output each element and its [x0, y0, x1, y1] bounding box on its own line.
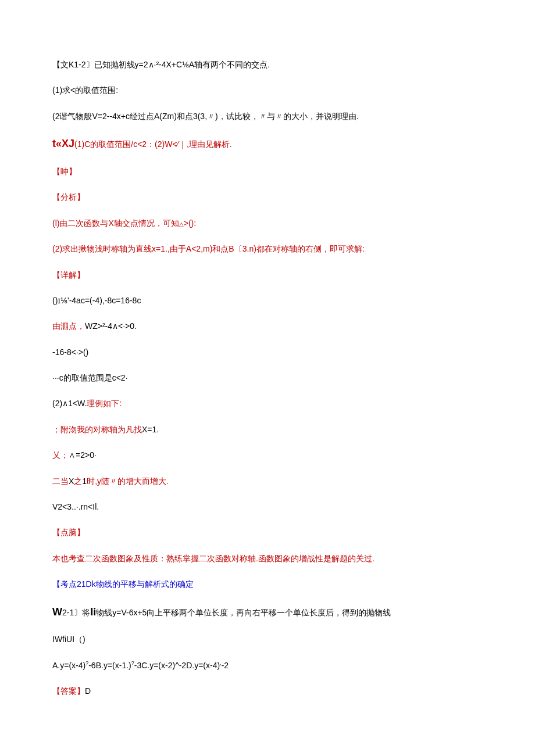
text-span-20: 【考点21Dk物线的平移与解析式的确定: [52, 579, 194, 589]
text-span-21-3: 物线y=V-6x+5向上平移两个单位长度，再向右平移一个单位长度后，得到的抛物线: [96, 608, 391, 617]
text-span-21-2: Ii: [90, 606, 96, 618]
text-line-15: 乂；∧=2>0·: [52, 449, 483, 461]
text-line-3: t«XJ(1)C的取值范围/c<2：(2)W<∕｜,理由见解析.: [52, 135, 483, 152]
text-span-9: ()ɪ⅛'-4ac=(-4),-8c=16-8c: [52, 296, 141, 305]
text-line-14: ；附沕我的对称轴为凡找X=1.: [52, 423, 483, 436]
text-span-22: IWfiUI（): [52, 635, 85, 644]
text-span-6-1: △: [179, 221, 184, 227]
text-span-6-2: >():: [184, 218, 196, 228]
text-span-1: (1)求<的取值范围:: [52, 85, 118, 95]
text-span-16-4: 时,y随〃的增大而增大.: [87, 476, 169, 486]
text-span-12: ···c的取值范围是c<2·: [52, 373, 128, 382]
text-line-20: 【考点21Dk物线的平移与解析式的确定: [52, 578, 483, 590]
text-line-17: V2<3..·.rn<Il.: [52, 500, 483, 513]
text-span-13-0: (2)∧1<W.: [52, 399, 87, 408]
text-line-11: -16-8<·>(): [52, 346, 483, 359]
text-span-13-1: 理例如下:: [87, 399, 122, 408]
text-span-17: V2<3..·.rn<Il.: [52, 502, 99, 511]
text-line-21: W2-1〕将Ii物线y=V-6x+5向上平移两个单位长度，再向右平移一个单位长度…: [52, 604, 483, 621]
text-span-0: 【文K1-2〕已知抛初线y=2∧·²-4X+C⅛A轴有两个不同的交点.: [52, 60, 270, 69]
text-span-23-0: A.y=(x-4): [52, 661, 85, 670]
text-span-16-1: X: [69, 476, 74, 486]
text-line-18: 【点脑】: [52, 526, 483, 539]
text-span-23-6: -2: [222, 661, 229, 670]
text-span-10-0: 由泗点，: [52, 321, 85, 331]
document-body: 【文K1-2〕已知抛初线y=2∧·²-4X+C⅛A轴有两个不同的交点.(1)求<…: [52, 58, 483, 698]
text-line-9: ()ɪ⅛'-4ac=(-4),-8c=16-8c: [52, 294, 483, 307]
text-line-1: (1)求<的取值范围:: [52, 84, 483, 96]
text-line-8: 【详解】: [52, 268, 483, 281]
text-span-18: 【点脑】: [52, 528, 85, 537]
text-span-24-1: D: [85, 686, 91, 696]
text-line-16: 二当X之1时,y随〃的增大而增大.: [52, 475, 483, 488]
text-span-16-0: 二当: [52, 476, 69, 486]
text-span-4: 【呻】: [52, 167, 77, 176]
text-line-10: 由泗点，WZ>²-4∧<·>0.: [52, 320, 483, 332]
text-span-24-0: 【答案】: [52, 686, 85, 696]
text-span-15-1: ∧=2>0·: [69, 450, 97, 460]
text-line-23: A.y=(x-4)?-6B.y=(x-1.)?-3C.y=(x-2)^-2D.y…: [52, 659, 483, 672]
text-line-24: 【答案】D: [52, 685, 483, 697]
text-span-7: (2)求出揪物浅时称轴为直线x=1.,由于A<2,m)和点B〔3.n)都在对称轴…: [52, 244, 365, 253]
text-span-3-1: (1)C的取值范围/c<2：(2)W<∕｜,理由见解析.: [74, 139, 232, 149]
text-span-19: 本也考查二次函数图象及性质：熟练掌握二次函数对称轴.函数图象的增战性是解题的关过…: [52, 554, 374, 563]
text-line-0: 【文K1-2〕已知抛初线y=2∧·²-4X+C⅛A轴有两个不同的交点.: [52, 58, 483, 71]
text-span-14-1: X=1.: [142, 425, 159, 434]
text-line-6: (l)由二次函数与X轴交点情况，可知△>():: [52, 217, 483, 230]
text-span-8: 【详解】: [52, 270, 85, 280]
text-span-5: 【分析】: [52, 192, 85, 202]
text-line-5: 【分析】: [52, 191, 483, 203]
text-line-2: (2谐气物般V=2--4x+c经过点A(Zm)和点3(3,〃)，试比较，〃与〃的…: [52, 110, 483, 123]
text-span-21-1: 2-1〕将: [62, 608, 90, 617]
text-span-3-0: t«XJ: [52, 138, 74, 149]
text-span-2: (2谐气物般V=2--4x+c经过点A(Zm)和点3(3,〃)，试比较，〃与〃的…: [52, 112, 359, 121]
text-span-16-3: 1: [82, 476, 87, 486]
text-span-21-0: W: [52, 606, 62, 618]
text-span-11: -16-8<·>(): [52, 347, 88, 357]
text-line-7: (2)求出揪物浅时称轴为直线x=1.,由于A<2,m)和点B〔3.n)都在对称轴…: [52, 242, 483, 255]
text-span-10-1: WZ>²-4∧<·>0.: [85, 321, 137, 331]
text-span-23-4: -3C.y=(x-2)^-2D.y=(x-4): [134, 661, 220, 670]
text-span-16-2: 之: [74, 476, 82, 486]
text-span-6-0: (l)由二次函数与X轴交点情况，可知: [52, 218, 179, 228]
text-line-22: IWfiUI（): [52, 633, 483, 646]
text-span-14-0: ；附沕我的对称轴为凡找: [52, 425, 142, 434]
text-span-15-0: 乂；: [52, 450, 69, 460]
text-line-12: ···c的取值范围是c<2·: [52, 371, 483, 384]
text-line-4: 【呻】: [52, 165, 483, 178]
text-line-19: 本也考查二次函数图象及性质：熟练掌握二次函数对称轴.函数图象的增战性是解题的关过…: [52, 552, 483, 565]
text-line-13: (2)∧1<W.理例如下:: [52, 397, 483, 410]
text-span-23-2: -6B.y=(x-1.): [88, 661, 131, 670]
